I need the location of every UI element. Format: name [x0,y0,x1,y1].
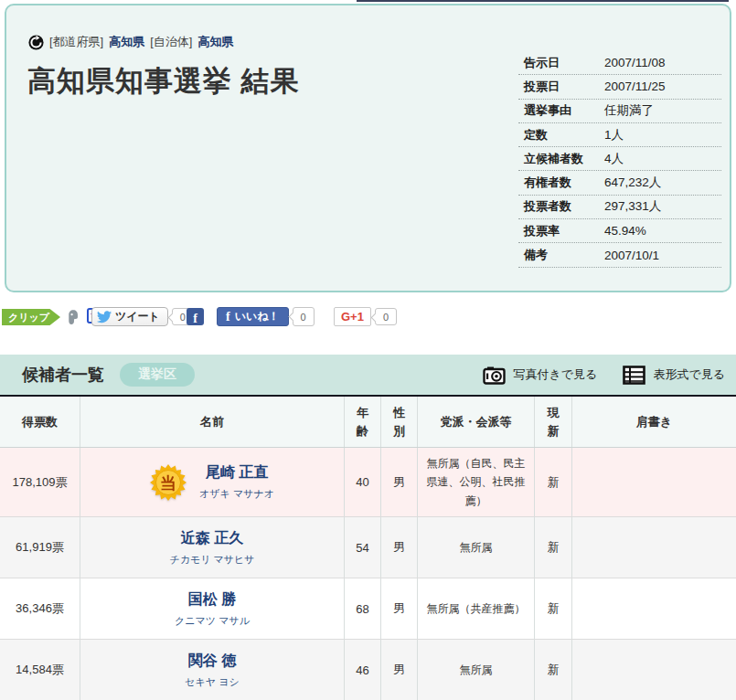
info-value: 2007/11/08 [604,56,666,69]
info-value: 4人 [604,151,624,167]
column-header: 得票数 [0,397,80,447]
votes-cell: 36,346票 [0,578,80,639]
candidate-name-link[interactable]: 尾崎 正直 オザキ マサナオ [199,463,274,501]
candidate-row: 178,109票 当 尾崎 正直 オザキ マサナオ 40 [0,448,736,517]
name-cell: 近森 正久 チカモリ マサヒサ [80,517,345,578]
votes-cell: 14,584票 [0,640,80,700]
page-title: 高知県知事選挙 結果 [27,62,300,101]
age-cell: 40 [345,448,381,516]
table-icon [623,366,645,385]
candidate-name: 関谷 徳 [188,652,236,671]
winner-badge: 当 [150,464,187,501]
social-buttons-row: クリップ tB ツイート 0 f f いいね！ [0,305,736,331]
name-cell: 国松 勝 クニマツ マサル [80,578,345,639]
info-label: 立候補者数 [524,151,604,167]
tweet-button[interactable]: ツイート [91,307,168,326]
facebook-f-icon: f [226,310,230,324]
info-row: 備考 2007/10/1 [518,243,721,267]
sex-cell: 男 [381,640,418,700]
party-cell: 無所属 [418,517,535,578]
breadcrumb-item: [都道府県] [49,34,103,50]
candidate-name-link[interactable]: 近森 正久 チカモリ マサヒサ [169,529,254,567]
info-label: 告示日 [524,55,604,71]
breadcrumb-item[interactable]: 高知県 [109,34,144,50]
candidate-name: 尾崎 正直 [206,463,268,483]
votes-cell: 61,919票 [0,517,80,578]
candidates-table: 得票数 名前 年齢 性別 党派・会派等 現新 [0,395,736,700]
column-header-label: 名前 [200,414,224,430]
candidate-row: 14,584票 関谷 徳 セキヤ ヨシ 46 男 無所属 新 [0,640,736,700]
column-header: 性別 [381,397,418,447]
party-cell: 無所属（自民、民主県連、公明、社民推薦） [418,448,535,516]
info-row: 投票者数 297,331人 [518,196,721,219]
info-value: 1人 [604,127,624,143]
status-cell: 新 [535,448,572,516]
column-header: 年齢 [345,397,381,447]
election-info-table: 告示日 2007/11/08 投票日 2007/11/25 選挙事由 任期満了 … [518,51,721,268]
candidate-kana: クニマツ マサル [175,614,250,628]
info-label: 有権者数 [524,175,604,191]
election-icon [28,35,44,50]
table-header-row: 得票数 名前 年齢 性別 党派・会派等 現新 [0,397,736,448]
column-header-label: 現新 [547,404,560,440]
district-badge[interactable]: 選挙区 [120,363,195,387]
title-cell [572,640,736,700]
title-cell [572,448,736,516]
info-row: 投票率 45.94% [518,219,721,243]
column-header: 現新 [535,397,572,447]
column-header: 名前 [80,397,345,447]
view-as-table-button[interactable]: 表形式で見る [623,366,725,385]
status-cell: 新 [535,578,572,639]
clip-button[interactable]: クリップ [2,309,60,325]
info-value: 2007/11/25 [604,80,666,93]
like-button-label: いいね！ [235,309,280,324]
candidate-row: 36,346票 国松 勝 クニマツ マサル 68 男 無所属（共産推薦） 新 [0,578,736,640]
party-cell: 無所属 [418,640,535,700]
info-label: 定数 [524,127,604,143]
party-cell: 無所属（共産推薦） [418,578,535,639]
column-header: 党派・会派等 [418,397,535,447]
view-with-photo-label: 写真付きで見る [513,366,597,383]
info-value: 45.94% [604,224,646,238]
info-row: 選挙事由 任期満了 [518,100,721,123]
sex-cell: 男 [381,578,418,639]
info-row: 定数 1人 [518,123,721,147]
column-header-label: 性別 [393,404,406,440]
facebook-share-icon[interactable]: f [187,308,204,325]
tweet-button-label: ツイート [115,309,160,324]
info-label: 投票率 [524,223,604,239]
google-plus-one-button[interactable]: G+1 [334,307,371,326]
facebook-like-button[interactable]: f いいね！ [217,307,289,326]
candidate-name: 国松 勝 [188,590,236,610]
info-label: 選挙事由 [524,102,604,119]
top-edge-line [357,0,729,2]
sex-cell: 男 [381,517,418,578]
column-header-label: 年齢 [357,404,369,440]
sex-cell: 男 [381,448,418,516]
info-value: 647,232人 [604,175,661,191]
candidates-section-title: 候補者一覧 [22,364,104,386]
info-label: 備考 [524,247,604,263]
candidate-name-link[interactable]: 関谷 徳 セキヤ ヨシ [185,652,239,689]
column-header-label: 得票数 [22,414,58,430]
column-header: 肩書き [572,397,736,447]
info-value: 297,331人 [604,198,661,215]
candidate-kana: チカモリ マサヒサ [169,553,254,567]
info-row: 有権者数 647,232人 [518,171,721,195]
view-with-photo-button[interactable]: 写真付きで見る [483,366,597,385]
view-as-table-label: 表形式で見る [653,366,725,383]
page: [都道府県] 高知県 [自治体] 高知県 高知県知事選挙 結果 告示日 2007… [0,0,736,700]
candidate-name-link[interactable]: 国松 勝 クニマツ マサル [175,590,250,628]
evernote-icon[interactable] [65,308,82,326]
age-cell: 54 [345,517,381,578]
name-cell: 当 尾崎 正直 オザキ マサナオ [80,448,345,516]
column-header-label: 肩書き [636,414,672,430]
like-count: 0 [293,307,315,326]
status-cell: 新 [535,517,572,578]
info-value: 2007/10/1 [604,249,659,262]
candidate-row: 61,919票 近森 正久 チカモリ マサヒサ 54 男 無所属 新 [0,517,736,578]
info-row: 投票日 2007/11/25 [518,75,721,99]
name-cell: 関谷 徳 セキヤ ヨシ [80,640,345,700]
breadcrumb-item[interactable]: 高知県 [197,34,233,50]
title-cell [572,517,736,578]
